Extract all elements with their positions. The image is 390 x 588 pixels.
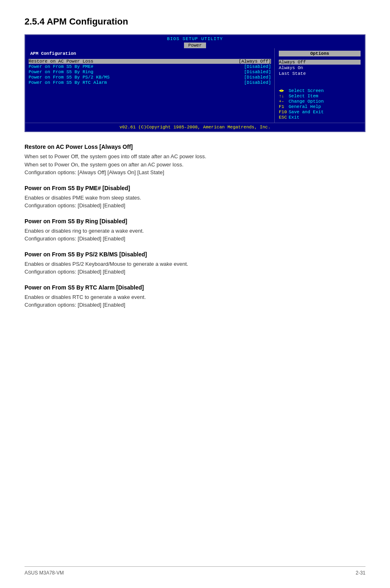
bios-key-desc-select-screen: Select Screen xyxy=(289,88,324,93)
bios-row-value-2: [Disabled] xyxy=(244,70,271,74)
bios-row-label-2: Power on From S5 By Ring xyxy=(29,70,93,74)
bios-key-select-screen: ◄► Select Screen xyxy=(279,88,361,93)
bios-key-desc-general-help: General Help xyxy=(289,104,321,109)
bios-tab-power[interactable]: Power xyxy=(184,43,206,48)
bios-option-always-off[interactable]: Always Off xyxy=(279,60,361,65)
bios-options-list: Always Off Always On Last State xyxy=(279,60,361,76)
bios-key-desc-esc: Exit xyxy=(289,115,299,120)
footer-page: 2-31 xyxy=(356,570,365,576)
bios-row-2[interactable]: Power on From S5 By Ring [Disabled] xyxy=(29,70,271,74)
bios-key-icon-select-screen: ◄► xyxy=(279,88,289,93)
bios-row-3[interactable]: Power on From S5 By PS/2 KB/MS [Disabled… xyxy=(29,75,271,80)
doc-section-ring: Power on From S5 By Ring [Disabled] Enab… xyxy=(25,218,365,243)
bios-section-title: APM Configuration xyxy=(29,51,78,56)
doc-section-body-pme: Enables or disables PME wake from sleep … xyxy=(25,194,365,210)
bios-key-icon-esc: ESC xyxy=(279,115,289,120)
bios-row-value-0: [Always Off] xyxy=(239,59,271,64)
doc-section-title-pme: Power on From S5 By PME# [Disabled] xyxy=(25,185,365,191)
bios-key-general-help: F1 General Help xyxy=(279,104,361,109)
bios-row-value-3: [Disabled] xyxy=(244,75,271,80)
bios-key-select-item: ↑↓ Select Item xyxy=(279,94,361,99)
doc-section-title-rtc: Power on From S5 By RTC Alarm [Disabled] xyxy=(25,284,365,291)
doc-section-title-ps2: Power on From S5 By PS/2 KB/MS [Disabled… xyxy=(25,251,365,258)
doc-section-restore-ac: Restore on AC Power Loss [Always Off] Wh… xyxy=(25,144,365,177)
bios-option-last-state[interactable]: Last State xyxy=(279,71,361,76)
bios-rows: Restore on AC Power Loss [Always Off] Po… xyxy=(29,59,271,85)
bios-header: BIOS SETUP UTILITY xyxy=(25,35,365,42)
doc-section-title-ring: Power on From S5 By Ring [Disabled] xyxy=(25,218,365,224)
bios-screenshot: BIOS SETUP UTILITY Power APM Configurati… xyxy=(25,34,365,132)
bios-keys: ◄► Select Screen ↑↓ Select Item +- Chang… xyxy=(279,88,361,120)
bios-row-0[interactable]: Restore on AC Power Loss [Always Off] xyxy=(29,59,271,64)
bios-key-save-exit: F10 Save and Exit xyxy=(279,110,361,114)
bios-left-panel: APM Configuration Restore on AC Power Lo… xyxy=(25,48,275,123)
footer-product: ASUS M3A78-VM xyxy=(25,570,64,576)
bios-key-icon-general-help: F1 xyxy=(279,104,289,109)
bios-footer: v02.61 (C)Copyright 1985-2008, American … xyxy=(25,123,365,131)
doc-section-body-restore-ac: When set to Power Off, the system goes i… xyxy=(25,153,365,177)
doc-section-body-ring: Enables or disables ring to generate a w… xyxy=(25,227,365,243)
bios-tab-bar: Power xyxy=(25,42,365,48)
bios-content: APM Configuration Restore on AC Power Lo… xyxy=(25,48,365,123)
bios-row-4[interactable]: Power on From S5 By RTC Alarm [Disabled] xyxy=(29,80,271,85)
bios-key-icon-change-option: +- xyxy=(279,99,289,104)
bios-row-label-0: Restore on AC Power Loss xyxy=(29,59,93,64)
doc-section-pme: Power on From S5 By PME# [Disabled] Enab… xyxy=(25,185,365,210)
bios-row-value-1: [Disabled] xyxy=(244,64,271,69)
bios-key-desc-save-exit: Save and Exit xyxy=(289,110,324,114)
doc-section-rtc: Power on From S5 By RTC Alarm [Disabled]… xyxy=(25,284,365,309)
bios-option-always-on[interactable]: Always On xyxy=(279,65,361,70)
doc-section-body-rtc: Enables or disables RTC to generate a wa… xyxy=(25,293,365,309)
bios-key-desc-change-option: Change Option xyxy=(289,99,324,104)
bios-right-panel: Options Always Off Always On Last State … xyxy=(275,48,365,123)
bios-key-change-option: +- Change Option xyxy=(279,99,361,104)
bios-key-desc-select-item: Select Item xyxy=(289,94,318,99)
doc-section-title-restore-ac: Restore on AC Power Loss [Always Off] xyxy=(25,144,365,150)
bios-row-label-4: Power on From S5 By RTC Alarm xyxy=(29,80,107,85)
bios-row-1[interactable]: Power on From S5 By PME# [Disabled] xyxy=(29,64,271,69)
bios-key-esc: ESC Exit xyxy=(279,115,361,120)
bios-key-icon-select-item: ↑↓ xyxy=(279,94,289,99)
bios-options-title: Options xyxy=(279,51,361,56)
page-title: 2.5.4 APM Configuration xyxy=(25,16,365,27)
doc-section-body-ps2: Enables or disables PS/2 Keyboard/Mouse … xyxy=(25,260,365,276)
bios-row-label-3: Power on From S5 By PS/2 KB/MS xyxy=(29,75,110,80)
page-footer: ASUS M3A78-VM 2-31 xyxy=(25,566,365,576)
bios-row-label-1: Power on From S5 By PME# xyxy=(29,64,93,69)
bios-key-icon-save-exit: F10 xyxy=(279,110,289,114)
bios-row-value-4: [Disabled] xyxy=(244,80,271,85)
doc-section-ps2: Power on From S5 By PS/2 KB/MS [Disabled… xyxy=(25,251,365,276)
